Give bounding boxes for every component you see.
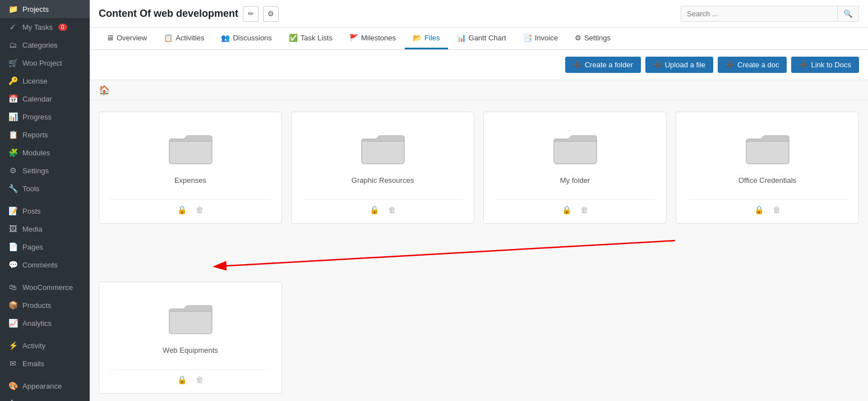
svg-rect-0 bbox=[169, 139, 212, 164]
tabs-bar: 🖥 Overview 📋 Activities 👥 Discussions ✅ … bbox=[90, 28, 868, 50]
tab-gantt-chart[interactable]: 📊 Gantt Chart bbox=[449, 28, 514, 49]
create-folder-button[interactable]: ➕ Create a folder bbox=[565, 57, 641, 73]
sidebar-item-pages[interactable]: 📄 Pages bbox=[0, 238, 90, 256]
svg-rect-2 bbox=[554, 139, 597, 164]
delete-icon-graphic-resources[interactable]: 🗑 bbox=[388, 205, 396, 214]
posts-icon: 📝 bbox=[8, 206, 18, 215]
page-title-area: Content Of web development ✏ ⚙ bbox=[99, 6, 279, 22]
analytics-icon: 📈 bbox=[8, 319, 18, 328]
tab-invoice[interactable]: 📑 Invoice bbox=[515, 28, 566, 49]
page-title: Content Of web development bbox=[99, 8, 238, 20]
tab-discussions[interactable]: 👥 Discussions bbox=[213, 28, 279, 49]
topbar: Content Of web development ✏ ⚙ 🔍 bbox=[90, 0, 868, 28]
search-input[interactable] bbox=[681, 6, 838, 22]
sidebar-item-categories[interactable]: 🗂 Categories bbox=[0, 36, 90, 54]
sidebar-item-media[interactable]: 🖼 Media bbox=[0, 220, 90, 238]
lock-icon-graphic-resources[interactable]: 🔒 bbox=[370, 205, 379, 214]
folder-icon-expenses bbox=[168, 129, 213, 167]
folder-name-expenses: Expenses bbox=[174, 176, 206, 193]
sidebar-item-products[interactable]: 📦 Products bbox=[0, 296, 90, 314]
folder-card-web-equipments[interactable]: Web Equipments 🔒 🗑 bbox=[99, 282, 282, 394]
tab-milestones[interactable]: 🚩 Milestones bbox=[341, 28, 404, 49]
delete-icon-my-folder[interactable]: 🗑 bbox=[580, 205, 588, 214]
content-area: ➕ Create a folder ➕ Upload a file ➕ Crea… bbox=[90, 50, 868, 401]
activities-tab-icon: 📋 bbox=[164, 34, 173, 42]
invoice-tab-icon: 📑 bbox=[523, 34, 532, 42]
reports-icon: 📋 bbox=[8, 130, 18, 139]
activity-icon: ⚡ bbox=[8, 341, 18, 350]
tab-settings[interactable]: ⚙ Settings bbox=[567, 28, 618, 49]
sidebar-item-appearance[interactable]: 🎨 Appearance bbox=[0, 377, 90, 395]
sidebar: 📁 Projects ✓ My Tasks 0 🗂 Categories 🛒 W… bbox=[0, 0, 90, 401]
lock-icon-office-credentials[interactable]: 🔒 bbox=[754, 205, 764, 214]
folder-actions-office-credentials: 🔒 🗑 bbox=[687, 199, 847, 214]
sidebar-item-tools[interactable]: 🔧 Tools bbox=[0, 179, 90, 197]
title-settings-button[interactable]: ⚙ bbox=[263, 6, 279, 22]
plus-icon: ➕ bbox=[573, 61, 582, 69]
delete-icon-expenses[interactable]: 🗑 bbox=[196, 205, 204, 214]
gear-icon: ⚙ bbox=[267, 10, 274, 18]
svg-rect-1 bbox=[362, 139, 404, 164]
modules-icon: 🧩 bbox=[8, 148, 18, 157]
sidebar-item-progress[interactable]: 📊 Progress bbox=[0, 108, 90, 126]
edit-icon: ✏ bbox=[248, 10, 254, 18]
create-doc-button[interactable]: ➕ Create a doc bbox=[718, 57, 787, 73]
empty-slot-3 bbox=[676, 282, 859, 394]
tab-activities[interactable]: 📋 Activities bbox=[156, 28, 212, 49]
sidebar-item-calendar[interactable]: 📅 Calendar bbox=[0, 90, 90, 108]
overview-tab-icon: 🖥 bbox=[107, 34, 114, 42]
delete-icon-office-credentials[interactable]: 🗑 bbox=[773, 205, 781, 214]
products-icon: 📦 bbox=[8, 301, 18, 310]
folder-name-graphic-resources: Graphic Resources bbox=[352, 176, 414, 193]
folder-icon-my-folder bbox=[553, 129, 598, 167]
sidebar-item-emails[interactable]: ✉ Emails bbox=[0, 354, 90, 372]
delete-icon-web-equipments[interactable]: 🗑 bbox=[196, 375, 204, 384]
sidebar-item-settings[interactable]: ⚙ Settings bbox=[0, 162, 90, 179]
tab-files[interactable]: 📂 Files bbox=[405, 28, 447, 49]
calendar-icon: 📅 bbox=[8, 94, 18, 103]
folder-card-graphic-resources[interactable]: Graphic Resources 🔒 🗑 bbox=[291, 112, 474, 224]
sidebar-item-comments[interactable]: 💬 Comments bbox=[0, 256, 90, 274]
folder-actions-expenses: 🔒 🗑 bbox=[110, 199, 270, 214]
progress-icon: 📊 bbox=[8, 112, 18, 121]
sidebar-item-woocommerce[interactable]: 🛍 WooCommerce bbox=[0, 278, 90, 296]
lock-icon-expenses[interactable]: 🔒 bbox=[177, 205, 187, 214]
red-arrow-annotation bbox=[99, 235, 859, 280]
sidebar-item-my-tasks[interactable]: ✓ My Tasks 0 bbox=[0, 18, 90, 36]
svg-line-5 bbox=[227, 241, 675, 266]
tab-overview[interactable]: 🖥 Overview bbox=[99, 28, 155, 49]
sidebar-item-analytics[interactable]: 📈 Analytics bbox=[0, 314, 90, 332]
sidebar-item-activity[interactable]: ⚡ Activity bbox=[0, 337, 90, 354]
folder-card-my-folder[interactable]: My folder 🔒 🗑 bbox=[483, 112, 667, 224]
emails-icon: ✉ bbox=[8, 359, 18, 368]
search-button[interactable]: 🔍 bbox=[838, 6, 859, 22]
upload-file-button[interactable]: ➕ Upload a file bbox=[645, 57, 713, 73]
folder-actions-my-folder: 🔒 🗑 bbox=[495, 199, 655, 214]
sidebar-item-plugins[interactable]: 🔌 Plugins bbox=[0, 395, 90, 401]
sidebar-item-reports[interactable]: 📋 Reports bbox=[0, 126, 90, 144]
svg-rect-3 bbox=[746, 139, 789, 164]
folder-actions-graphic-resources: 🔒 🗑 bbox=[303, 199, 463, 214]
folder-card-expenses[interactable]: Expenses 🔒 🗑 bbox=[99, 112, 282, 224]
sidebar-item-projects[interactable]: 📁 Projects bbox=[0, 0, 90, 18]
sidebar-item-posts[interactable]: 📝 Posts bbox=[0, 202, 90, 220]
folder-actions-web-equipments: 🔒 🗑 bbox=[110, 369, 270, 384]
projects-icon: 📁 bbox=[8, 4, 18, 13]
sidebar-item-woo-project[interactable]: 🛒 Woo Project bbox=[0, 54, 90, 72]
categories-icon: 🗂 bbox=[8, 40, 18, 49]
discussions-tab-icon: 👥 bbox=[221, 34, 230, 42]
woo-project-icon: 🛒 bbox=[8, 58, 18, 67]
milestones-tab-icon: 🚩 bbox=[349, 34, 358, 42]
edit-title-button[interactable]: ✏ bbox=[243, 6, 258, 22]
lock-icon-my-folder[interactable]: 🔒 bbox=[562, 205, 571, 214]
tools-icon: 🔧 bbox=[8, 184, 18, 193]
home-icon[interactable]: 🏠 bbox=[99, 85, 110, 95]
tab-task-lists[interactable]: ✅ Task Lists bbox=[281, 28, 340, 49]
sidebar-item-license[interactable]: 🔑 License bbox=[0, 72, 90, 90]
lock-icon-web-equipments[interactable]: 🔒 bbox=[177, 375, 187, 384]
files-grid-bottom: Web Equipments 🔒 🗑 bbox=[90, 282, 868, 401]
sidebar-item-modules[interactable]: 🧩 Modules bbox=[0, 144, 90, 162]
files-grid: Expenses 🔒 🗑 Graphic Resources 🔒 � bbox=[90, 100, 868, 235]
folder-card-office-credentials[interactable]: Office Credentials 🔒 🗑 bbox=[676, 112, 859, 224]
link-to-docs-button[interactable]: ➕ Link to Docs bbox=[791, 57, 859, 73]
